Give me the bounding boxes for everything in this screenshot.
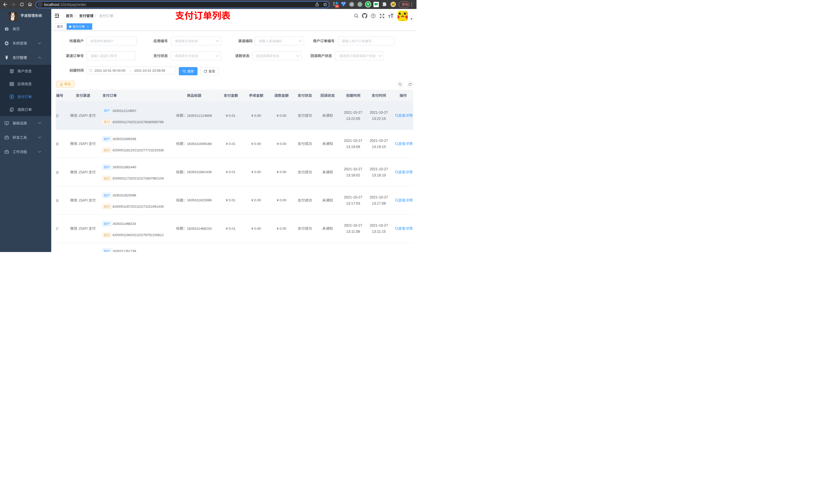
- svg-text:¥: ¥: [11, 95, 13, 98]
- svg-text:10: 10: [336, 5, 338, 8]
- svg-text:⌘: ⌘: [350, 3, 354, 6]
